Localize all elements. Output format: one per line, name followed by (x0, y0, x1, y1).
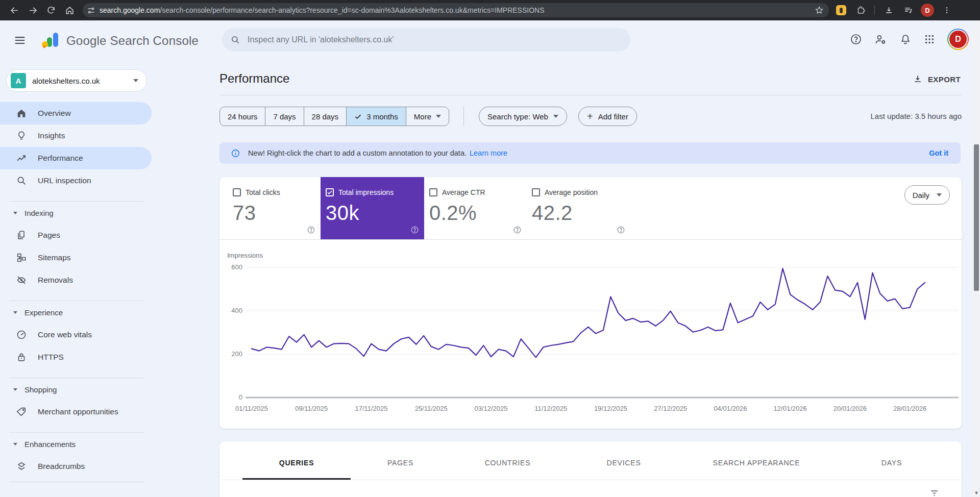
collapse-arrow-icon (13, 443, 17, 445)
dimensions-table-card: QUERIES PAGES COUNTRIES DEVICES SEARCH A… (219, 441, 962, 497)
checkbox-unchecked[interactable] (233, 188, 241, 196)
eye-off-icon (15, 274, 28, 286)
search-type-dropdown[interactable]: Search type: Web (479, 107, 567, 126)
browser-profile-avatar[interactable]: D (918, 1, 937, 19)
browser-menu-icon[interactable] (938, 1, 956, 19)
menu-hamburger-icon[interactable] (13, 34, 27, 47)
sidebar-section-indexing[interactable]: Indexing (0, 202, 153, 224)
scrollbar-thumb[interactable] (974, 144, 979, 291)
bookmark-star-icon[interactable] (815, 6, 824, 15)
search-placeholder: Inspect any URL in 'alotekshelters.co.uk… (248, 35, 394, 44)
chevron-down-icon (937, 193, 942, 196)
metric-tile-total-clicks[interactable]: Total clicks 73 (228, 177, 321, 239)
learn-more-link[interactable]: Learn more (470, 149, 507, 157)
account-avatar[interactable]: D (947, 29, 969, 50)
tab-pages[interactable]: PAGES (351, 448, 450, 478)
sidebar-item-breadcrumbs[interactable]: Breadcrumbs (0, 455, 153, 478)
sidebar-item-removals[interactable]: Removals (0, 269, 153, 291)
help-icon[interactable] (850, 33, 862, 45)
extension-badge-icon[interactable] (832, 1, 850, 19)
search-icon (230, 35, 240, 45)
impressions-line-chart[interactable]: 600400200001/11/202509/11/202517/11/2025… (219, 248, 962, 425)
metric-tile-average-ctr[interactable]: Average CTR 0.2% (424, 177, 527, 239)
sidebar-item-merchant-opportunities[interactable]: Merchant opportunities (0, 401, 153, 423)
back-icon[interactable] (5, 1, 23, 19)
reload-icon[interactable] (42, 1, 60, 19)
checkbox-unchecked[interactable] (532, 188, 540, 196)
speedometer-icon (15, 329, 28, 341)
sidebar-item-core-web-vitals[interactable]: Core web vitals (0, 324, 153, 346)
annotation-banner: New! Right-click the chart to add a cust… (219, 142, 961, 164)
date-filter-24-hours[interactable]: 24 hours (220, 107, 265, 126)
tab-search-appearance[interactable]: SEARCH APPEARANCE (682, 448, 830, 478)
checkbox-checked[interactable] (326, 188, 334, 196)
help-circle-icon[interactable] (410, 226, 419, 234)
sidebar-item-overview[interactable]: Overview (0, 102, 152, 125)
toolbar-divider (874, 6, 875, 15)
date-filter-7-days[interactable]: 7 days (265, 107, 303, 126)
sidebar-section-enhancements[interactable]: Enhancements (0, 433, 153, 455)
sidebar-item-performance[interactable]: Performance (0, 147, 152, 169)
notifications-bell-icon[interactable] (899, 33, 912, 45)
date-filter-28-days[interactable]: 28 days (304, 107, 347, 126)
forward-icon[interactable] (23, 1, 42, 19)
sidebar: A alotekshelters.co.uk Overview Insights… (0, 59, 153, 497)
svg-text:03/12/2025: 03/12/2025 (474, 405, 507, 412)
chevron-down-icon (133, 79, 138, 82)
title-divider (219, 95, 962, 95)
table-filter-icon[interactable] (929, 488, 939, 497)
sidebar-item-https[interactable]: HTTPS (0, 346, 153, 368)
sidebar-section-experience[interactable]: Experience (0, 301, 153, 324)
sidebar-section-shopping[interactable]: Shopping (0, 378, 153, 401)
address-bar[interactable]: search.google.com/search-console/perform… (83, 3, 829, 17)
svg-text:17/11/2025: 17/11/2025 (355, 405, 387, 412)
metric-tile-total-impressions[interactable]: Total impressions 30k (321, 177, 424, 239)
magnifier-icon (15, 175, 28, 187)
sidebar-item-insights[interactable]: Insights (0, 125, 153, 147)
sidebar-item-pages[interactable]: Pages (0, 224, 153, 246)
chevron-down-icon (436, 115, 441, 118)
help-circle-icon[interactable] (307, 226, 315, 234)
tiles-divider (219, 239, 962, 240)
product-name: Google Search Console (66, 34, 199, 48)
svg-text:01/11/2025: 01/11/2025 (235, 405, 268, 412)
sidebar-item-url-inspection[interactable]: URL inspection (0, 169, 153, 192)
tab-queries[interactable]: QUERIES (242, 448, 351, 478)
browser-toolbar: search.google.com/search-console/perform… (0, 0, 980, 20)
sidebar-item-sitemaps[interactable]: Sitemaps (0, 246, 153, 269)
price-tag-icon (15, 406, 28, 418)
add-filter-button[interactable]: +Add filter (578, 107, 637, 126)
metric-tile-average-position[interactable]: Average position 42.2 (527, 177, 630, 239)
tab-devices[interactable]: DEVICES (565, 448, 682, 478)
got-it-button[interactable]: Got it (929, 149, 949, 157)
property-selector[interactable]: A alotekshelters.co.uk (6, 69, 147, 92)
lock-icon (15, 351, 28, 363)
site-info-icon[interactable] (87, 6, 95, 15)
filter-separator (463, 107, 464, 126)
date-filter-3-months[interactable]: 3 months (346, 107, 406, 126)
help-circle-icon[interactable] (513, 226, 522, 234)
extensions-puzzle-icon[interactable] (851, 1, 870, 19)
url-inspect-searchbox[interactable]: Inspect any URL in 'alotekshelters.co.uk… (222, 28, 630, 52)
filter-row: 24 hours 7 days 28 days 3 months More Se… (219, 107, 962, 126)
home-icon-browser[interactable] (60, 1, 79, 19)
google-apps-grid-icon[interactable] (924, 34, 935, 45)
app-header: Google Search Console Inspect any URL in… (0, 20, 980, 59)
tab-days[interactable]: DAYS (830, 448, 953, 478)
checkbox-unchecked[interactable] (429, 188, 437, 196)
date-filter-more[interactable]: More (406, 107, 449, 126)
svg-text:600: 600 (231, 263, 242, 271)
downloads-icon[interactable] (879, 1, 898, 19)
scrollbar-down-arrow[interactable]: ▼ (974, 490, 979, 495)
page-title: Performance (219, 71, 289, 86)
export-button[interactable]: EXPORT (913, 74, 961, 84)
svg-text:09/11/2025: 09/11/2025 (295, 405, 328, 412)
tab-countries[interactable]: COUNTRIES (450, 448, 565, 478)
help-circle-icon[interactable] (617, 226, 625, 234)
manage-users-icon[interactable] (874, 33, 887, 46)
svg-text:04/01/2026: 04/01/2026 (714, 405, 747, 412)
reading-list-icon[interactable] (899, 1, 917, 19)
granularity-dropdown[interactable]: Daily (904, 185, 950, 205)
page-scrollbar[interactable]: ▼ (973, 20, 980, 497)
svg-text:0: 0 (239, 393, 242, 401)
